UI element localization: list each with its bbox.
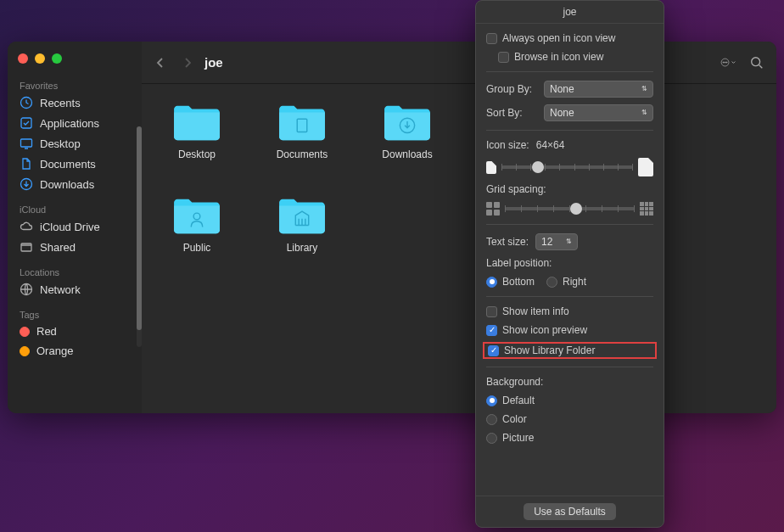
folder-grid: Desktop Documents Downloads Movies Pictu… [142,84,776,413]
sidebar-item-network[interactable]: Network [8,279,142,300]
documents-icon [20,157,33,171]
maximize-icon[interactable] [52,53,62,64]
sidebar-item-tag-orange[interactable]: Orange [8,341,142,361]
desktop-icon [20,137,33,150]
label-position-label: Label position: [486,257,653,269]
text-size-row: Text size:12⇅ [486,233,653,250]
sidebar-item-tag-red[interactable]: Red [8,322,142,341]
sidebar-item-label: Desktop [40,137,81,150]
icon-size-slider-row [486,158,653,176]
icon-size-value: 64×64 [536,139,565,151]
action-menu-button[interactable] [720,55,736,70]
label-bottom-radio[interactable]: Bottom [486,276,535,288]
icon-size-row: Icon size:64×64 [486,139,653,151]
minimize-icon[interactable] [35,53,45,64]
sidebar-scrollbar[interactable] [137,126,142,347]
sidebar-item-label: Red [36,325,57,338]
sidebar-item-shared[interactable]: Shared [8,237,142,257]
shared-icon [20,240,33,254]
icon-size-label: Icon size: [486,139,529,151]
folder-icon [381,101,434,143]
sidebar-section-tags: Tags Red Orange [8,301,142,362]
browse-in-label: Browse in icon view [514,51,603,63]
bg-picture-label: Picture [502,432,534,444]
show-library-folder-row[interactable]: Show Library Folder [488,344,652,356]
divider [486,367,653,367]
checkbox-icon[interactable] [488,345,499,356]
window-title: joe [204,55,223,70]
show-icon-preview-label: Show icon preview [502,324,587,336]
slider-thumb[interactable] [532,161,544,173]
show-icon-preview-row[interactable]: Show icon preview [486,324,653,336]
label-right-label: Right [563,276,586,288]
svg-point-7 [723,62,724,63]
back-button[interactable] [154,56,167,70]
bg-default-radio[interactable]: Default [486,395,653,406]
svg-point-10 [752,57,760,65]
sidebar-item-icloud-drive[interactable]: iCloud Drive [8,216,142,237]
checkbox-icon[interactable] [486,306,497,317]
grid-tight-icon [486,202,500,216]
sidebar-item-label: Documents [40,158,96,171]
scroll-thumb[interactable] [137,126,142,330]
text-size-select[interactable]: 12⇅ [535,233,578,250]
clock-icon [20,96,33,109]
folder-label: Documents [277,148,328,160]
view-options-panel: joe Always open in icon view Browse in i… [475,0,664,528]
folder-desktop[interactable]: Desktop [167,101,227,160]
sidebar-item-documents[interactable]: Documents [8,154,142,174]
bg-default-label: Default [502,395,535,406]
grid-spacing-slider[interactable] [505,203,635,215]
use-as-defaults-button[interactable]: Use as Defaults [524,503,616,520]
radio-icon[interactable] [486,414,497,425]
always-open-row[interactable]: Always open in icon view [486,32,653,44]
show-item-info-row[interactable]: Show item info [486,305,653,317]
sidebar-item-applications[interactable]: Applications [8,113,142,133]
divider [486,71,653,72]
group-by-select[interactable]: None⇅ [544,81,653,98]
radio-icon[interactable] [486,395,497,406]
checkbox-icon[interactable] [486,33,497,44]
sort-by-select[interactable]: None⇅ [544,104,653,121]
sidebar-item-downloads[interactable]: Downloads [8,174,142,194]
folder-label: Library [287,242,318,254]
slider-thumb[interactable] [570,203,582,215]
label-bottom-label: Bottom [502,276,535,288]
folder-icon [276,194,328,237]
folder-documents[interactable]: Documents [272,101,332,160]
search-button[interactable] [749,55,764,70]
sidebar-item-label: Recents [40,97,81,109]
sort-by-label: Sort By: [486,107,537,119]
label-right-radio[interactable]: Right [546,276,586,288]
sort-by-row: Sort By:None⇅ [486,104,653,121]
background-label: Background: [486,376,653,388]
divider [486,130,653,131]
bg-picture-radio[interactable]: Picture [486,432,653,444]
close-icon[interactable] [18,53,28,64]
icon-size-slider[interactable] [501,161,633,173]
sidebar-section-locations: Locations Network [8,259,142,301]
svg-point-9 [726,62,727,63]
svg-rect-2 [21,139,32,147]
sidebar-item-desktop[interactable]: Desktop [8,133,142,154]
checkbox-icon[interactable] [486,325,497,336]
folder-downloads[interactable]: Downloads [378,101,437,160]
forward-button[interactable] [181,56,194,70]
sidebar-heading-favorites: Favorites [8,76,142,92]
cloud-icon [20,220,33,233]
panel-title: joe [476,1,664,24]
chevron-updown-icon: ⇅ [566,238,572,245]
sidebar-section-favorites: Favorites Recents Applications Desktop D… [8,72,142,196]
radio-icon[interactable] [486,277,497,288]
radio-icon[interactable] [486,433,497,444]
checkbox-icon [498,52,509,63]
folder-public[interactable]: Public [167,194,227,254]
sidebar: Favorites Recents Applications Desktop D… [8,42,142,413]
tag-dot-icon [20,327,30,337]
sidebar-item-recents[interactable]: Recents [8,92,142,113]
sidebar-heading-icloud: iCloud [8,199,142,216]
radio-icon[interactable] [546,277,557,288]
folder-label: Desktop [178,148,216,160]
bg-color-radio[interactable]: Color [486,413,653,425]
folder-library[interactable]: Library [272,194,332,254]
